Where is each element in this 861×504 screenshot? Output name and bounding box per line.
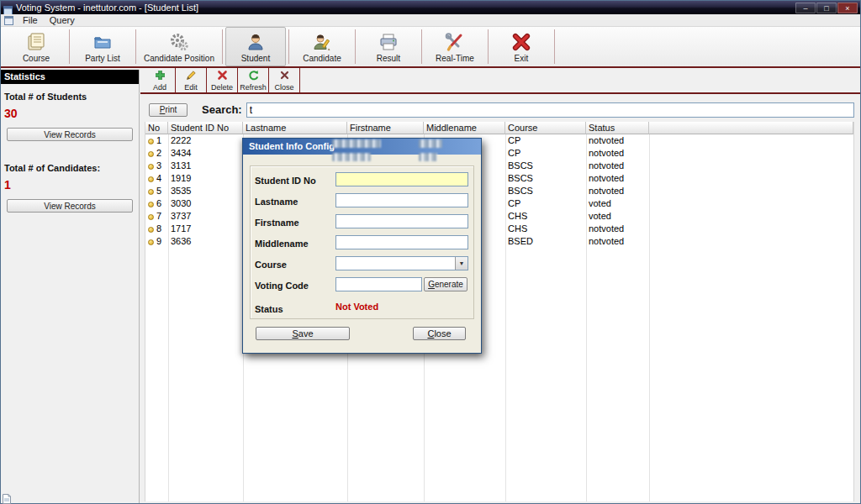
middlename-input[interactable] [335, 235, 468, 249]
cell-id: 3737 [168, 210, 243, 223]
course-select[interactable]: ▼ [335, 256, 468, 270]
save-button[interactable]: Save [256, 327, 350, 340]
cell-no: 9 [145, 235, 168, 248]
cell-filler [649, 134, 853, 147]
search-input[interactable] [246, 102, 854, 118]
row-bullet-icon [148, 214, 154, 220]
toolbar-real-time-button[interactable]: Real-Time [425, 27, 485, 66]
student-id-input[interactable] [335, 172, 468, 186]
cell-status: voted [586, 197, 649, 210]
cell-id: 3434 [168, 147, 243, 160]
toolbar-party-list-button[interactable]: Party List [72, 27, 133, 66]
search-label: Search: [202, 103, 242, 116]
column-header-middlename[interactable]: Middlename [424, 122, 505, 134]
column-header-course[interactable]: Course [505, 122, 586, 134]
close-x-icon [279, 70, 290, 82]
toolbar-student-button[interactable]: Student [225, 27, 286, 66]
generate-button[interactable]: Generate [424, 277, 467, 291]
row-bullet-icon [148, 239, 154, 245]
view-candidate-records-button[interactable]: View Records [7, 199, 133, 213]
cell-id: 3636 [168, 235, 243, 248]
cell-id: 1919 [168, 172, 243, 185]
cell-status: notvoted [586, 134, 649, 147]
window-controls: – □ × [795, 3, 858, 13]
column-header-lastname[interactable]: Lastname [243, 122, 347, 134]
column-header-firstname[interactable]: Firstname [347, 122, 424, 134]
row-bullet-icon [148, 176, 154, 182]
course-label: Course [255, 260, 287, 270]
redacted-text-blur [332, 153, 371, 161]
main-toolbar: Course Party List Candidate Position Stu… [1, 27, 860, 68]
toolbar-candidate-position-button[interactable]: Candidate Position [139, 27, 219, 66]
row-bullet-icon [148, 189, 154, 195]
row-bullet-icon [148, 151, 154, 157]
menu-query[interactable]: Query [44, 14, 81, 27]
add-button[interactable]: Add [145, 68, 175, 92]
row-bullet-icon [148, 227, 154, 233]
toolbar-label: Result [377, 54, 400, 63]
cell-filler [649, 185, 853, 197]
cell-status: notvoted [586, 223, 649, 235]
action-label: Close [274, 83, 293, 92]
student-info-dialog: Student Info Config Student ID No Lastna… [242, 138, 482, 354]
delete-button[interactable]: Delete [207, 68, 237, 92]
dialog-body: Student ID No Lastname Firstname Middlen… [243, 155, 481, 353]
toolbar-exit-button[interactable]: Exit [491, 27, 552, 66]
column-header-no[interactable]: No [145, 122, 168, 134]
column-header-status[interactable]: Status [586, 122, 649, 134]
corner-doc-icon [3, 492, 11, 502]
toolbar-course-button[interactable]: Course [6, 27, 66, 66]
lastname-input[interactable] [335, 193, 468, 207]
student-icon [246, 32, 266, 52]
minimize-button[interactable]: – [795, 3, 816, 13]
exit-icon [511, 32, 531, 52]
refresh-icon [248, 70, 259, 82]
table-header: No Student ID No Lastname Firstname Midd… [145, 122, 853, 134]
toolbar-result-button[interactable]: Result [358, 27, 419, 66]
firstname-label: Firstname [255, 218, 299, 228]
action-toolbar: Add Edit Delete Refresh Close [140, 68, 860, 94]
toolbar-candidate-button[interactable]: Candidate [292, 27, 352, 66]
dialog-title: Student Info Config [249, 141, 335, 151]
action-label: Edit [184, 83, 198, 92]
students-total-label: Total # of Students [1, 84, 139, 102]
close-button[interactable]: × [837, 3, 858, 13]
statistics-header: Statistics [1, 70, 139, 84]
view-student-records-button[interactable]: View Records [7, 128, 133, 141]
app-icon [3, 3, 13, 13]
cell-filler [649, 210, 853, 223]
delete-icon [217, 70, 228, 82]
titlebar: Voting System - inettutor.com - [Student… [1, 1, 860, 14]
firstname-input[interactable] [335, 214, 468, 228]
voting-code-input[interactable] [335, 277, 422, 291]
refresh-button[interactable]: Refresh [238, 68, 268, 92]
close-list-button[interactable]: Close [269, 68, 299, 92]
column-header-student-id[interactable]: Student ID No [168, 122, 243, 134]
toolbar-separator [135, 29, 136, 64]
toolbar-separator [355, 29, 356, 64]
redacted-text-blur [332, 139, 381, 148]
edit-button[interactable]: Edit [176, 68, 206, 92]
cell-no: 4 [145, 172, 168, 185]
row-bullet-icon [148, 139, 154, 144]
cell-course: CP [505, 147, 586, 160]
cell-id: 3535 [168, 185, 243, 197]
print-button[interactable]: Print [149, 103, 188, 117]
menu-file[interactable]: File [17, 14, 44, 27]
cell-status: notvoted [586, 172, 649, 185]
cell-status: notvoted [586, 185, 649, 197]
action-label: Add [153, 83, 166, 92]
row-bullet-icon [148, 164, 154, 170]
app-window: Voting System - inettutor.com - [Student… [0, 0, 861, 504]
cell-filler [649, 235, 853, 248]
toolbar-label: Real-Time [436, 54, 474, 63]
dialog-close-button[interactable]: Close [413, 327, 466, 340]
cell-filler [649, 160, 853, 172]
cell-course: BSCS [505, 185, 586, 197]
candidates-total-count: 1 [1, 173, 139, 192]
cell-id: 1717 [168, 223, 243, 235]
maximize-button[interactable]: □ [816, 3, 837, 13]
student-id-label: Student ID No [255, 176, 316, 186]
real-time-icon [445, 32, 465, 52]
lastname-label: Lastname [255, 197, 298, 207]
